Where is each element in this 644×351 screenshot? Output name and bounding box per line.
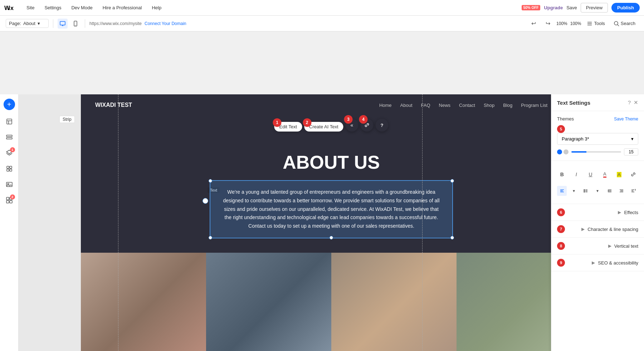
nav-home[interactable]: Home (379, 103, 392, 108)
font-size-slider[interactable] (571, 151, 621, 153)
color-dot-blue[interactable] (557, 149, 562, 154)
layers-badge: 1 (10, 147, 15, 152)
edit-text-label: Edit Text (279, 124, 297, 129)
sidebar-apps-icon[interactable] (2, 162, 16, 176)
text-color-button[interactable]: A (600, 169, 610, 179)
seo-expand-row[interactable]: 9 ▶ SEO & accessibility (551, 254, 644, 271)
connect-domain-link[interactable]: Connect Your Domain (145, 21, 186, 26)
paragraph-theme-dropdown[interactable]: Paragraph 3* ▾ (557, 133, 638, 145)
link-icon-button[interactable]: 4 (361, 119, 374, 132)
resize-handle-top-left[interactable] (209, 179, 212, 183)
wix-logo: W i x (4, 4, 16, 11)
increase-indent-button[interactable] (605, 186, 614, 196)
discount-badge: 50% OFF (522, 5, 541, 10)
align-dropdown-button[interactable]: ▾ (569, 186, 579, 196)
resize-handle-top-right[interactable] (450, 179, 454, 183)
step7-badge: 7 (557, 225, 565, 233)
step5-badge: 5 (557, 125, 565, 133)
nav-about[interactable]: About (400, 103, 413, 108)
search-button[interactable]: Search (611, 19, 638, 28)
paragraph-direction-button[interactable] (629, 186, 638, 196)
step6-badge: 6 (557, 208, 565, 216)
nav-program-list[interactable]: Program List (521, 103, 547, 108)
svg-rect-14 (7, 166, 9, 168)
resize-handle-bottom[interactable] (330, 236, 333, 239)
nav-news[interactable]: News (439, 103, 451, 108)
divider (53, 19, 53, 28)
strip-label: Strip (59, 116, 75, 123)
font-size-input[interactable] (624, 148, 638, 155)
nav-shop[interactable]: Shop (484, 103, 494, 108)
step3-badge: 3 (344, 115, 353, 124)
link-format-button[interactable] (628, 169, 638, 179)
page-name: About (23, 21, 35, 26)
second-bar-right: ↩ ↪ 100% 100% Tools Search (528, 18, 638, 29)
vertical-text-expand-row[interactable]: 8 ▶ Vertical text (551, 238, 644, 254)
sidebar-pages-icon[interactable] (2, 114, 16, 129)
upgrade-button[interactable]: Upgrade (544, 5, 563, 10)
undo-button[interactable]: ↩ (528, 18, 539, 29)
highlight-button[interactable]: A (614, 169, 624, 179)
help-menu[interactable]: Help (150, 4, 164, 12)
effects-arrow: ▶ (618, 210, 621, 215)
dev-mode-menu[interactable]: Dev Mode (69, 4, 94, 12)
site-logo: WIXADI TEST (95, 102, 132, 108)
page-selector[interactable]: Page: About ▾ (6, 19, 49, 28)
left-sidebar: + 1 (0, 94, 19, 351)
underline-button[interactable]: U (586, 169, 596, 179)
align-left-button[interactable] (557, 186, 567, 196)
canvas-area: WIXADI TEST Home About FAQ News Contact … (19, 94, 644, 351)
site-menu[interactable]: Site (24, 4, 36, 12)
edit-text-button[interactable]: 1 Edit Text (274, 122, 302, 132)
create-ai-text-button[interactable]: 2 Create AI Text (304, 122, 343, 132)
back-icon-button[interactable]: 3 « (346, 119, 358, 132)
about-text-box[interactable]: We're a young and talented group of entr… (210, 180, 453, 238)
save-theme-link[interactable]: Save Theme (614, 117, 638, 122)
rotation-handle[interactable] (203, 198, 208, 204)
desktop-view-icon[interactable] (58, 19, 68, 29)
mobile-view-icon[interactable] (70, 19, 80, 29)
nav-blog[interactable]: Blog (503, 103, 512, 108)
help-icon-button[interactable]: ? (376, 119, 389, 132)
themes-label: Themes (557, 116, 574, 122)
decrease-indent-button[interactable] (616, 186, 626, 196)
list-dropdown-button[interactable]: ▾ (593, 186, 602, 196)
help-icon: ? (381, 123, 384, 128)
sidebar-media-icon[interactable] (2, 177, 16, 192)
format-section: B I U A A (551, 161, 644, 204)
preview-button[interactable]: Preview (581, 3, 608, 13)
add-element-button[interactable]: + (4, 99, 15, 110)
svg-point-7 (614, 21, 618, 25)
list-button[interactable] (581, 186, 591, 196)
char-spacing-expand-row[interactable]: 7 ▶ Character & line spacing (551, 221, 644, 238)
seo-arrow: ▶ (592, 260, 595, 265)
resize-handle-bottom-right[interactable] (450, 236, 454, 239)
publish-button[interactable]: Publish (611, 3, 640, 13)
sidebar-sections-icon[interactable] (2, 130, 16, 144)
seo-label: SEO & accessibility (598, 260, 638, 266)
italic-button[interactable]: I (571, 169, 581, 179)
panel-close-icon[interactable]: ✕ (634, 99, 638, 106)
nav-faq[interactable]: FAQ (421, 103, 430, 108)
float-toolbar: 1 Edit Text 2 Create AI Text 3 « (274, 119, 388, 132)
svg-rect-4 (62, 25, 63, 26)
format-row: B I U A A (557, 166, 638, 183)
effects-expand-row[interactable]: 6 ▶ Effects (551, 204, 644, 221)
sidebar-elements-icon[interactable]: 2 (2, 193, 16, 207)
color-dot-gray[interactable] (564, 149, 569, 154)
resize-handle-bottom-left[interactable] (209, 236, 212, 239)
save-button[interactable]: Save (566, 5, 577, 10)
seo-row: ▶ SEO & accessibility (592, 260, 638, 266)
bold-button[interactable]: B (557, 169, 567, 179)
sidebar-layers-icon[interactable]: 1 (2, 146, 16, 160)
hire-professional-menu[interactable]: Hire a Professional (101, 4, 144, 12)
redo-button[interactable]: ↪ (542, 18, 553, 29)
nav-contact[interactable]: Contact (459, 103, 475, 108)
tools-button[interactable]: Tools (584, 19, 608, 28)
panel-help-icon[interactable]: ? (628, 99, 631, 106)
svg-text:i: i (9, 4, 10, 11)
step2-badge: 2 (303, 118, 311, 127)
step8-badge: 8 (557, 242, 565, 250)
about-title: ABOUT US (95, 152, 567, 173)
settings-menu[interactable]: Settings (42, 4, 63, 12)
